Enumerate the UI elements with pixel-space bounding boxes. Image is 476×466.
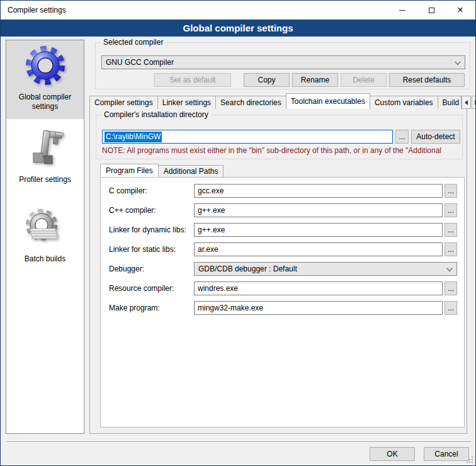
sidebar-item-profiler-settings[interactable]: Profiler settings bbox=[6, 119, 84, 198]
cpp-compiler-browse-button[interactable]: ... bbox=[445, 203, 457, 217]
copy-button[interactable]: Copy bbox=[244, 73, 290, 87]
titlebar: Compiler settings × bbox=[1, 1, 475, 20]
minimize-icon bbox=[399, 10, 405, 11]
debugger-label: Debugger: bbox=[109, 264, 144, 273]
toolchain-subtabbar: Program Files Additional Paths bbox=[100, 164, 223, 177]
tab-scroll-left-button[interactable] bbox=[462, 96, 471, 109]
caliper-icon bbox=[25, 128, 65, 168]
selected-compiler-group: Selected compiler GNU GCC Compiler Set a… bbox=[95, 42, 470, 89]
dialog-header: Global compiler settings bbox=[1, 20, 475, 37]
delete-button[interactable]: Delete bbox=[341, 73, 387, 87]
dynamic-linker-label: Linker for dynamic libs: bbox=[109, 225, 186, 234]
tab-search-directories[interactable]: Search directories bbox=[215, 96, 286, 109]
tab-compiler-settings[interactable]: Compiler settings bbox=[89, 96, 158, 109]
static-linker-browse-button[interactable]: ... bbox=[445, 242, 457, 256]
subtab-additional-paths[interactable]: Additional Paths bbox=[158, 165, 224, 177]
compiler-select[interactable]: GNU GCC Compiler bbox=[101, 55, 465, 69]
program-files-page: C compiler: ... C++ compiler: ... Linker… bbox=[100, 177, 465, 428]
browse-directory-button[interactable]: ... bbox=[395, 130, 409, 144]
selected-text: C:\raylib\MinGW bbox=[105, 132, 162, 142]
installation-directory-input[interactable]: C:\raylib\MinGW bbox=[102, 130, 393, 144]
installation-directory-group: Compiler's installation directory C:\ray… bbox=[96, 115, 463, 159]
gray-gear-papers-icon bbox=[25, 207, 65, 247]
make-program-input[interactable] bbox=[194, 301, 443, 315]
group-legend: Compiler's installation directory bbox=[101, 110, 211, 119]
footer-divider bbox=[6, 441, 471, 443]
subtab-program-files[interactable]: Program Files bbox=[100, 164, 159, 177]
tab-linker-settings[interactable]: Linker settings bbox=[157, 96, 216, 109]
rename-button[interactable]: Rename bbox=[292, 73, 338, 87]
maximize-button[interactable] bbox=[417, 1, 446, 20]
blue-gear-icon bbox=[25, 45, 65, 86]
c-compiler-input[interactable] bbox=[194, 184, 443, 198]
sidebar-item-label: Profiler settings bbox=[9, 175, 81, 185]
debugger-select[interactable]: GDB/CDB debugger : Default bbox=[194, 262, 457, 276]
make-program-browse-button[interactable]: ... bbox=[445, 301, 457, 315]
cancel-button[interactable]: Cancel bbox=[424, 447, 469, 461]
sidebar-item-label: Batch builds bbox=[9, 254, 81, 264]
resource-compiler-label: Resource compiler: bbox=[109, 284, 174, 293]
compiler-select-value: GNU GCC Compiler bbox=[106, 58, 174, 67]
reset-defaults-button[interactable]: Reset defaults bbox=[389, 73, 465, 87]
tab-toolchain-executables[interactable]: Toolchain executables bbox=[286, 93, 370, 109]
sidebar-item-batch-builds[interactable]: Batch builds bbox=[6, 198, 84, 278]
toolchain-executables-panel: Compiler's installation directory C:\ray… bbox=[89, 108, 467, 434]
maximize-icon bbox=[429, 8, 434, 13]
compiler-settings-dialog: Compiler settings × Global compiler sett… bbox=[0, 0, 476, 466]
chevron-down-icon bbox=[446, 265, 453, 271]
window-title: Compiler settings bbox=[8, 6, 66, 14]
make-program-label: Make program: bbox=[109, 304, 160, 312]
compiler-actions: Set as default Copy Rename Delete Reset … bbox=[154, 73, 465, 87]
settings-tabbar: Compiler settings Linker settings Search… bbox=[89, 93, 476, 109]
close-button[interactable]: × bbox=[446, 1, 475, 20]
arrow-left-icon bbox=[465, 100, 468, 105]
tab-build-options[interactable]: Build options bbox=[438, 96, 462, 109]
resource-compiler-input[interactable] bbox=[194, 281, 443, 295]
cpp-compiler-label: C++ compiler: bbox=[109, 206, 156, 215]
chevron-down-icon bbox=[455, 59, 461, 65]
group-legend: Selected compiler bbox=[101, 38, 166, 47]
resource-compiler-browse-button[interactable]: ... bbox=[445, 281, 457, 295]
cpp-compiler-input[interactable] bbox=[194, 203, 443, 217]
note-text: NOTE: All programs must exist either in … bbox=[102, 146, 459, 156]
set-as-default-button[interactable]: Set as default bbox=[154, 73, 231, 87]
tab-scroll-right-button[interactable] bbox=[472, 96, 476, 109]
page-title: Global compiler settings bbox=[183, 23, 293, 33]
c-compiler-label: C compiler: bbox=[109, 186, 147, 195]
ok-button[interactable]: OK bbox=[370, 447, 415, 461]
c-compiler-browse-button[interactable]: ... bbox=[445, 184, 457, 198]
tab-custom-variables[interactable]: Custom variables bbox=[370, 96, 438, 109]
dynamic-linker-input[interactable] bbox=[194, 223, 443, 237]
sidebar-item-label: Global compiler settings bbox=[9, 93, 81, 111]
debugger-select-value: GDB/CDB debugger : Default bbox=[198, 264, 297, 273]
minimize-button[interactable] bbox=[388, 1, 417, 20]
static-linker-input[interactable] bbox=[194, 242, 443, 256]
settings-sidebar: Global compiler settings bbox=[6, 40, 84, 434]
close-icon: × bbox=[457, 5, 463, 15]
auto-detect-button[interactable]: Auto-detect bbox=[411, 130, 460, 144]
static-linker-label: Linker for static libs: bbox=[109, 245, 176, 254]
resize-grip-icon[interactable] bbox=[465, 455, 473, 463]
sidebar-item-global-compiler-settings[interactable]: Global compiler settings bbox=[6, 40, 84, 119]
dynamic-linker-browse-button[interactable]: ... bbox=[445, 223, 457, 237]
